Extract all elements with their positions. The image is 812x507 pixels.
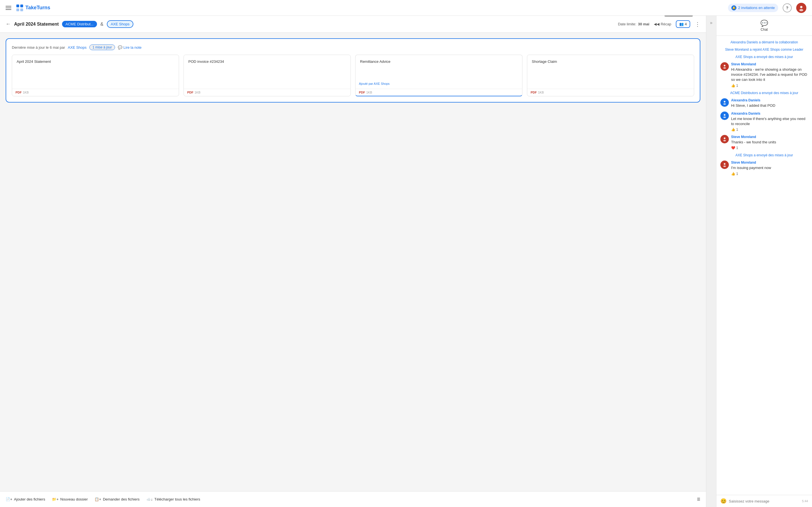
message-avatar bbox=[720, 112, 729, 120]
file-size: 1KB bbox=[195, 91, 200, 94]
message-body: Steve MorelandHi Alexandra - we're showi… bbox=[731, 62, 808, 88]
svg-rect-2 bbox=[16, 8, 19, 11]
system-message[interactable]: AXE Shops a envoyé des mises à jour bbox=[720, 55, 808, 59]
svg-point-10 bbox=[724, 114, 725, 116]
file-card[interactable]: POD invoice #234234 PDF 1KB bbox=[184, 55, 351, 96]
file-card-footer: PDF 1KB bbox=[356, 89, 522, 96]
message-body: Alexandra DanielsLet me know if there's … bbox=[731, 112, 808, 131]
message-group: Steve MorelandThanks - we found the unit… bbox=[720, 135, 808, 150]
message-group: Alexandra DanielsHi Steve, I added that … bbox=[720, 98, 808, 108]
file-title: April 2024 Statement bbox=[17, 59, 174, 64]
last-update-prefix: Dernière mise à jour le 6 mai par bbox=[12, 45, 65, 50]
message-body: Steve MorelandI'm issuing payment now👍 1 bbox=[731, 161, 808, 175]
expand-icon: » bbox=[710, 20, 712, 25]
notifications-button[interactable]: 🔔 2 invitations en attente bbox=[728, 4, 778, 12]
hamburger-menu[interactable] bbox=[6, 6, 11, 10]
back-button[interactable]: ← bbox=[6, 21, 11, 27]
panel-divider[interactable]: » bbox=[706, 16, 716, 507]
svg-point-12 bbox=[724, 137, 725, 139]
document-area: Dernière mise à jour le 6 mai par AXE Sh… bbox=[0, 33, 706, 491]
participants-button[interactable]: 👥 4 bbox=[676, 20, 690, 28]
system-message[interactable]: Steve Moreland a rejoint AXE Shops comme… bbox=[720, 48, 808, 52]
bottom-toolbar: 📄+ Ajouter des fichiers 📁+ Nouveau dossi… bbox=[0, 491, 706, 507]
message-group: Alexandra DanielsLet me know if there's … bbox=[720, 112, 808, 131]
update-badge[interactable]: 1 mise à jour bbox=[89, 45, 115, 50]
new-folder-label: Nouveau dossier bbox=[60, 497, 88, 501]
note-icon: 💬 bbox=[118, 45, 122, 50]
message-avatar bbox=[720, 161, 729, 169]
deadline-date: 30 mai bbox=[638, 22, 649, 26]
message-avatar bbox=[720, 98, 729, 107]
pdf-label: PDF bbox=[15, 91, 22, 94]
participants-wrapper: 👥 4 Vous êtes Leader bbox=[676, 20, 690, 28]
file-title: Shortage Claim bbox=[532, 59, 689, 64]
svg-point-13 bbox=[723, 140, 726, 142]
file-card[interactable]: April 2024 Statement PDF 1KB bbox=[12, 55, 179, 96]
file-size: 1KB bbox=[538, 91, 544, 94]
request-files-label: Demander des fichiers bbox=[103, 497, 140, 501]
message-avatar bbox=[720, 62, 729, 71]
more-options-button[interactable]: ⋮ bbox=[695, 21, 700, 27]
message-sender: Alexandra Daniels bbox=[731, 98, 808, 102]
chat-header: 💬 Chat bbox=[716, 16, 812, 36]
message-sender: Steve Moreland bbox=[731, 135, 808, 139]
navbar-right: 🔔 2 invitations en attente ? bbox=[728, 3, 806, 13]
pdf-label: PDF bbox=[187, 91, 193, 94]
add-files-button[interactable]: 📄+ Ajouter des fichiers bbox=[6, 497, 45, 501]
recap-label: Récap bbox=[661, 22, 671, 26]
last-update-author[interactable]: AXE Shops bbox=[68, 45, 87, 50]
participants-count: 4 bbox=[685, 22, 687, 26]
file-size: 1KB bbox=[23, 91, 29, 94]
message-avatar bbox=[720, 135, 729, 144]
recap-button[interactable]: ◀◀ Récap bbox=[654, 22, 671, 26]
files-grid: April 2024 Statement PDF 1KB POD invoice… bbox=[12, 55, 694, 96]
download-all-label: Télécharger tous les fichiers bbox=[154, 497, 200, 501]
message-reaction[interactable]: 👍 1 bbox=[731, 172, 808, 176]
message-reaction[interactable]: 👍 1 bbox=[731, 128, 808, 131]
logo[interactable]: TakeTurns bbox=[16, 4, 50, 12]
file-size: 1KB bbox=[366, 91, 372, 94]
new-folder-button[interactable]: 📁+ Nouveau dossier bbox=[52, 497, 88, 501]
deadline: Date limite: 30 mai bbox=[618, 22, 650, 26]
logo-text: TakeTurns bbox=[26, 5, 50, 11]
message-text: Let me know if there's anything else you… bbox=[731, 116, 808, 126]
message-sender: Steve Moreland bbox=[731, 161, 808, 165]
message-reaction[interactable]: 👍 1 bbox=[731, 83, 808, 88]
request-files-button[interactable]: 📋+ Demander des fichiers bbox=[94, 497, 140, 501]
system-message[interactable]: AXE Shops a envoyé des mises à jour bbox=[720, 153, 808, 157]
help-button[interactable]: ? bbox=[783, 3, 792, 12]
help-icon: ? bbox=[786, 6, 789, 10]
content-area: ← April 2024 Statement ACME Distribut...… bbox=[0, 16, 706, 507]
message-input[interactable] bbox=[729, 499, 800, 503]
download-all-button[interactable]: ☁️↓ Télécharger tous les fichiers bbox=[146, 497, 200, 501]
emoji-button[interactable]: 😊 bbox=[720, 498, 726, 504]
svg-rect-1 bbox=[20, 4, 23, 7]
file-card[interactable]: Remittance Advice Ajouté par AXE Shops P… bbox=[355, 55, 522, 96]
navbar-left: TakeTurns bbox=[6, 4, 50, 12]
file-card[interactable]: Shortage Claim PDF 1KB bbox=[527, 55, 694, 96]
document-card: Dernière mise à jour le 6 mai par AXE Sh… bbox=[6, 38, 700, 103]
message-group: Steve MorelandHi Alexandra - we're showi… bbox=[720, 62, 808, 88]
read-note-button[interactable]: 💬 Lire la note bbox=[118, 45, 142, 50]
company1-badge[interactable]: ACME Distribut... bbox=[62, 21, 97, 27]
chat-footer: 😊 5:44 bbox=[716, 495, 812, 507]
header-right: Date limite: 30 mai ◀◀ Récap 👥 4 Vous êt… bbox=[618, 20, 700, 28]
deadline-label: Date limite: bbox=[618, 22, 637, 26]
user-avatar[interactable] bbox=[796, 3, 806, 13]
system-message[interactable]: ACME Distributors a envoyé des mises à j… bbox=[720, 91, 808, 95]
system-message[interactable]: Alexandra Daniels a démarré la collabora… bbox=[720, 40, 808, 44]
pdf-label: PDF bbox=[359, 91, 365, 94]
file-card-footer: PDF 1KB bbox=[527, 89, 694, 96]
company2-badge[interactable]: AXE Shops bbox=[107, 20, 134, 28]
message-sender: Steve Moreland bbox=[731, 62, 808, 66]
toolbar-right: ☰ bbox=[697, 497, 700, 501]
message-reaction[interactable]: ❤️ 1 bbox=[731, 146, 808, 150]
file-card-body: April 2024 Statement bbox=[12, 55, 179, 89]
doc-meta: Dernière mise à jour le 6 mai par AXE Sh… bbox=[12, 45, 694, 50]
svg-point-4 bbox=[800, 6, 802, 8]
list-view-button[interactable]: ☰ bbox=[697, 497, 700, 501]
message-text: Hi Steve, I added that POD bbox=[731, 103, 808, 108]
added-by: Ajouté par AXE Shops bbox=[359, 82, 390, 86]
chat-panel: 💬 Chat Alexandra Daniels a démarré la co… bbox=[716, 16, 812, 507]
svg-point-15 bbox=[723, 166, 726, 167]
